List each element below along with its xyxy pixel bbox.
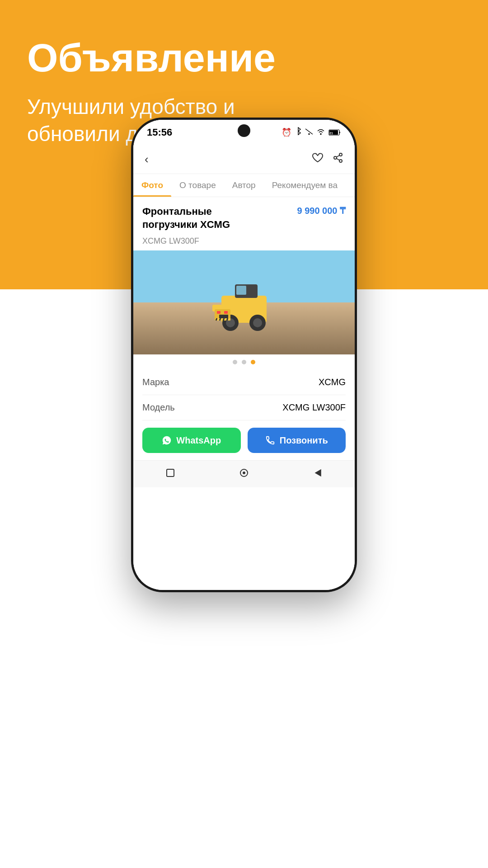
tab-photo[interactable]: Фото [133, 174, 171, 197]
call-label: Позвонить [280, 435, 328, 446]
bluetooth-icon [295, 127, 301, 137]
status-time: 15:56 [147, 127, 172, 138]
svg-rect-18 [224, 311, 228, 314]
bottom-nav-back[interactable] [313, 468, 323, 481]
tabs-bar: Фото О товаре Автор Рекомендуем ва [133, 174, 355, 197]
nav-actions [312, 152, 343, 166]
svg-text:21: 21 [329, 132, 333, 135]
phone-mockup: 15:56 ⏰ 21 [131, 118, 357, 592]
call-button[interactable]: Позвонить [248, 428, 346, 453]
bottom-nav-home[interactable] [239, 468, 249, 481]
svg-rect-25 [167, 469, 174, 476]
spec-value-model: XCMG LW300F [282, 402, 346, 413]
product-image [133, 250, 355, 354]
specs-table: Марка XCMG Модель XCMG LW300F [133, 370, 355, 420]
svg-rect-17 [217, 311, 221, 314]
wifi-icon [317, 127, 325, 137]
svg-line-22 [220, 318, 221, 321]
camera-notch [238, 124, 250, 137]
svg-line-23 [223, 318, 224, 321]
svg-point-4 [334, 156, 337, 159]
svg-rect-10 [236, 286, 246, 295]
svg-point-5 [339, 160, 342, 162]
product-name: Фронтальные погрузчики XCMG [142, 205, 242, 231]
spec-label-model: Модель [142, 402, 175, 413]
spec-label-brand: Марка [142, 377, 169, 387]
bottom-section: 15:56 ⏰ 21 [0, 289, 488, 868]
product-price: 9 990 000 ₸ [297, 205, 346, 216]
svg-line-24 [227, 318, 228, 321]
dot-3[interactable] [251, 360, 255, 364]
tab-author[interactable]: Автор [224, 174, 264, 197]
tab-recommended[interactable]: Рекомендуем ва [264, 174, 346, 197]
product-illustration [203, 266, 285, 339]
product-model: XCMG LW300F [133, 236, 355, 250]
whatsapp-icon [162, 435, 172, 445]
product-info: Фронтальные погрузчики XCMG 9 990 000 ₸ [133, 197, 355, 236]
svg-point-15 [253, 318, 262, 327]
svg-rect-19 [219, 315, 228, 318]
bottom-nav [133, 460, 355, 487]
svg-line-6 [337, 159, 340, 160]
svg-line-21 [216, 318, 217, 321]
navigation-bar: ‹ [133, 145, 355, 174]
action-buttons: WhatsApp Позвонить [133, 420, 355, 460]
dot-1[interactable] [233, 360, 237, 364]
alarm-icon: ⏰ [282, 127, 291, 137]
phone-frame: 15:56 ⏰ 21 [131, 118, 357, 592]
svg-point-27 [243, 472, 245, 474]
share-icon[interactable] [333, 152, 343, 166]
phone-icon [265, 435, 275, 445]
spec-row-brand: Марка XCMG [142, 370, 346, 395]
spec-row-model: Модель XCMG LW300F [142, 395, 346, 420]
status-bar: 15:56 ⏰ 21 [133, 120, 355, 145]
battery-icon: 21 [328, 129, 341, 136]
svg-line-7 [337, 156, 340, 157]
spec-value-brand: XCMG [319, 377, 346, 387]
tab-about[interactable]: О товаре [171, 174, 224, 197]
image-dots [133, 354, 355, 370]
svg-marker-28 [315, 470, 321, 476]
page-title: Объявление [27, 36, 461, 80]
whatsapp-label: WhatsApp [176, 435, 221, 446]
back-button[interactable]: ‹ [145, 152, 149, 166]
favorite-icon[interactable] [312, 152, 324, 166]
phone-screen: 15:56 ⏰ 21 [133, 120, 355, 590]
svg-point-3 [339, 153, 342, 156]
dot-2[interactable] [242, 360, 246, 364]
whatsapp-button[interactable]: WhatsApp [142, 428, 241, 453]
bottom-nav-square[interactable] [165, 468, 175, 481]
wifi-blocked-icon [305, 127, 313, 137]
status-icons: ⏰ 21 [282, 127, 341, 137]
